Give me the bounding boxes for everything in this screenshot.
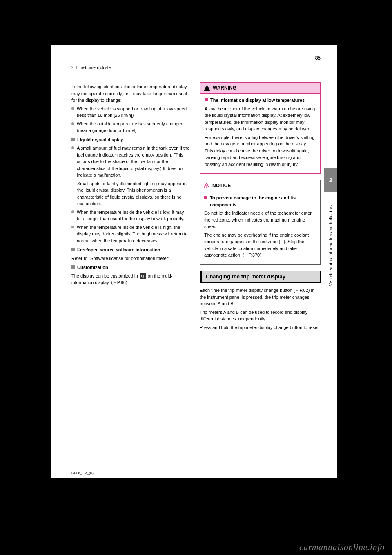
page-number: 85 [315,55,321,61]
customization-text-pre: The display can be customized in [71,273,139,278]
outside-temp-intro: In the following situations, the outside… [71,83,192,104]
svg-text:!: ! [206,184,207,188]
warning-subheading: The information display at low temperatu… [205,97,316,104]
bullet-dot-icon [71,210,74,213]
bullet-dot-icon [71,146,74,149]
notice-para-2: The engine may be overheating if the eng… [204,232,316,259]
content-columns: In the following situations, the outside… [71,82,321,332]
warning-label: WARNING [213,84,236,92]
bullet-low-speed-text: When the vehicle is stopped or traveling… [77,105,192,119]
right-column: WARNING The information display at low t… [200,82,321,332]
notice-label: NOTICE [212,182,231,189]
book-code: GR86_OM_(U) [71,471,94,475]
bullet-low-speed: When the vehicle is stopped or traveling… [71,105,192,119]
bullet-dot-icon [71,107,74,110]
subheading-customization-text: Customization [77,264,108,271]
topic-heading-box: Changing the trip meter display [200,271,321,283]
topic-heading-text: Changing the trip meter display [206,273,285,280]
manual-page: 85 2-1. Instrument cluster 2 Vehicle sta… [51,45,337,478]
watermark: carmanualsonline.info [299,542,385,553]
warning-para-2: For example, there is a lag between the … [205,134,316,168]
chapter-side-text: Vehicle status information and indicator… [329,204,333,286]
notice-triangle-icon: ! [203,183,210,188]
para-customization: The display can be customized in ⚙ on th… [71,273,192,286]
topic-para-1: Each time the trip meter display change … [200,287,321,307]
page-container: 85 2-1. Instrument cluster 2 Vehicle sta… [0,0,392,555]
square-bullet-pink-icon [205,98,208,101]
bullet-fuel-empty-text: A small amount of fuel may remain in the… [77,145,192,179]
bullet-low-temp: When the temperature inside the vehicle … [71,209,192,222]
warning-header: WARNING [200,83,320,94]
warning-triangle-icon [204,85,210,91]
notice-box: ! NOTICE To prevent damage to the engine… [200,180,321,265]
chapter-number: 2 [329,177,332,184]
warning-box: WARNING The information display at low t… [200,82,321,174]
subheading-oss-text: Free/open source software information [77,246,160,253]
bullet-high-temp: When the temperature inside the vehicle … [71,224,192,244]
para-oss: Refer to "Software license for combinati… [71,255,192,262]
notice-body: To prevent damage to the engine and its … [200,191,320,264]
subheading-lcd: Liquid crystal display [71,137,192,143]
notice-para-1: Do not let the indicator needle of the t… [204,210,316,230]
chapter-tab: 2 [324,168,337,192]
topic-para-3: Press and hold the trip meter display ch… [200,324,321,331]
bullet-sudden-change: When the outside temperature has suddenl… [71,121,192,134]
header-divider [71,63,321,63]
section-breadcrumb: 2-1. Instrument cluster [71,65,112,70]
notice-sub-title: To prevent damage to the engine and its … [210,195,316,208]
notice-header: ! NOTICE [200,180,320,191]
subheading-lcd-text: Liquid crystal display [77,137,123,143]
chapter-side-label: Vehicle status information and indicator… [324,192,337,298]
bullet-sudden-change-text: When the outside temperature has suddenl… [77,121,192,134]
notice-subheading: To prevent damage to the engine and its … [204,195,316,208]
square-bullet-icon [71,265,75,269]
bullet-dot-icon [71,122,74,125]
square-bullet-icon [71,138,75,141]
subheading-oss: Free/open source software information [71,246,192,253]
bullet-fuel-empty: A small amount of fuel may remain in the… [71,145,192,179]
bullet-dot-icon [71,226,74,228]
warning-sub-title: The information display at low temperatu… [210,97,305,104]
para-lcd-spots: Small spots or faintly illuminated light… [77,180,192,207]
bullet-low-temp-text: When the temperature inside the vehicle … [77,209,192,222]
topic-para-2: Trip meters A and B can be used to recor… [200,309,321,322]
bullet-high-temp-text: When the temperature inside the vehicle … [77,224,192,244]
square-bullet-pink-icon [204,196,207,199]
settings-gear-icon: ⚙ [140,273,146,279]
warning-para-1: Allow the interior of the vehicle to war… [205,105,316,132]
left-column: In the following situations, the outside… [71,82,192,332]
subheading-customization: Customization [71,264,192,271]
square-bullet-icon [71,248,75,251]
warning-body: The information display at low temperatu… [200,94,320,173]
